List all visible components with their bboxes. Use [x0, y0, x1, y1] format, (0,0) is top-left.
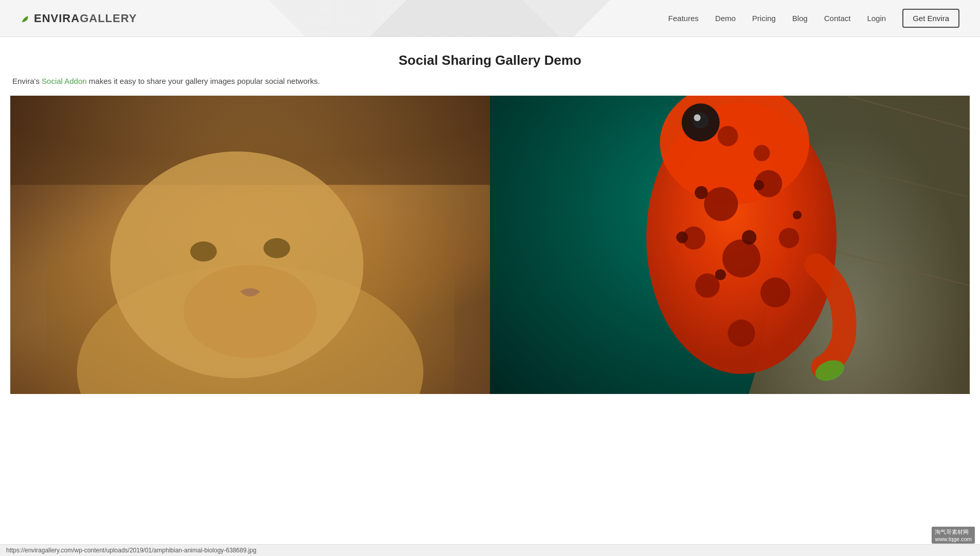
page-description: Envira's Social Addon makes it easy to s… — [10, 77, 970, 85]
svg-point-6 — [263, 238, 290, 258]
svg-point-4 — [184, 265, 317, 358]
svg-point-5 — [190, 242, 217, 262]
svg-point-17 — [704, 187, 738, 221]
svg-point-14 — [693, 112, 709, 129]
description-suffix: makes it easy to share your gallery imag… — [87, 77, 320, 85]
main-nav: Features Demo Pricing Blog Contact Login… — [668, 9, 959, 28]
page-title: Social Sharing Gallery Demo — [10, 52, 970, 68]
svg-point-25 — [718, 126, 738, 147]
lion-svg — [10, 96, 490, 394]
svg-point-22 — [728, 319, 755, 347]
svg-point-24 — [682, 226, 705, 249]
nav-blog[interactable]: Blog — [792, 14, 808, 23]
get-envira-button[interactable]: Get Envira — [902, 9, 959, 28]
svg-point-23 — [779, 228, 800, 248]
logo-brand-text: ENVIRAGALLERY — [34, 12, 137, 25]
gallery-item-lion[interactable] — [10, 96, 490, 394]
lion-image — [10, 96, 490, 394]
social-addon-link[interactable]: Social Addon — [42, 77, 87, 85]
svg-point-15 — [694, 114, 700, 121]
gallery-grid — [10, 96, 970, 394]
site-header: ENVIRAGALLERY Features Demo Pricing Blog… — [0, 0, 980, 37]
frog-image — [490, 96, 970, 394]
svg-point-12 — [660, 96, 809, 204]
gallery-item-frog[interactable] — [490, 96, 970, 394]
svg-point-18 — [755, 170, 782, 198]
frog-svg — [490, 96, 970, 394]
svg-point-21 — [760, 277, 790, 307]
svg-point-19 — [722, 239, 760, 277]
description-prefix: Envira's — [12, 77, 42, 85]
main-content: Social Sharing Gallery Demo Envira's Soc… — [0, 37, 980, 394]
nav-pricing[interactable]: Pricing — [752, 14, 776, 23]
nav-contact[interactable]: Contact — [824, 14, 851, 23]
logo-link[interactable]: ENVIRAGALLERY — [21, 12, 137, 25]
svg-point-26 — [754, 145, 770, 162]
nav-demo[interactable]: Demo — [715, 14, 736, 23]
nav-features[interactable]: Features — [668, 14, 699, 23]
nav-login[interactable]: Login — [867, 14, 886, 23]
leaf-icon — [21, 13, 31, 24]
svg-point-20 — [695, 274, 720, 298]
